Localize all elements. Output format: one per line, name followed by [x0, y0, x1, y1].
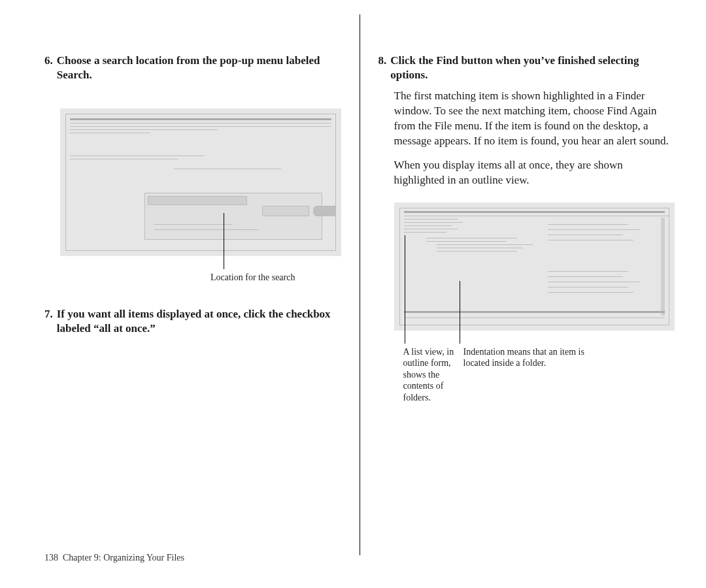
figure-1: Location for the search — [60, 108, 341, 256]
figure-2-screenshot — [399, 208, 670, 325]
figure-2: A list view, in outline form, shows the … — [394, 203, 675, 331]
step-8: 8. Click the Find button when you’ve fin… — [378, 54, 675, 188]
step-8-title: Click the Find button when you’ve finish… — [390, 54, 675, 82]
figure-2-frame — [394, 203, 675, 331]
page-footer: 138 Chapter 9: Organizing Your Files — [44, 553, 184, 563]
step-8-body: The first matching item is shown highlig… — [394, 89, 675, 188]
chapter-label: Chapter 9: Organizing Your Files — [58, 553, 184, 563]
step-6: 6. Choose a search location from the pop… — [44, 54, 341, 82]
step-6-title: Choose a search location from the pop-up… — [57, 54, 341, 82]
figure-2-caption-right: Indentation means that an item is locate… — [463, 346, 607, 369]
step-7-title: If you want all items displayed at once,… — [57, 307, 341, 336]
figure-2-callout-line-right — [460, 281, 460, 344]
right-column: 8. Click the Find button when you’ve fin… — [378, 54, 675, 536]
figure-1-frame — [60, 108, 341, 256]
two-column-layout: 6. Choose a search location from the pop… — [44, 54, 675, 536]
column-divider — [360, 14, 360, 555]
step-8-paragraph-1: The first matching item is shown highlig… — [394, 89, 675, 149]
step-6-number: 6. — [44, 54, 53, 82]
figure-1-screenshot — [65, 114, 336, 251]
step-7: 7. If you want all items displayed at on… — [44, 307, 341, 336]
figure-1-caption: Location for the search — [210, 272, 341, 284]
page-number: 138 — [44, 553, 58, 563]
figure-1-callout-line — [224, 213, 224, 269]
step-8-paragraph-2: When you display items all at once, they… — [394, 158, 675, 188]
left-column: 6. Choose a search location from the pop… — [44, 54, 341, 536]
figure-2-caption-left: A list view, in outline form, shows the … — [403, 346, 458, 404]
figure-2-callout-line-left — [405, 235, 405, 344]
step-8-number: 8. — [378, 54, 387, 82]
step-7-number: 7. — [44, 307, 53, 336]
document-page: 6. Choose a search location from the pop… — [0, 0, 706, 588]
